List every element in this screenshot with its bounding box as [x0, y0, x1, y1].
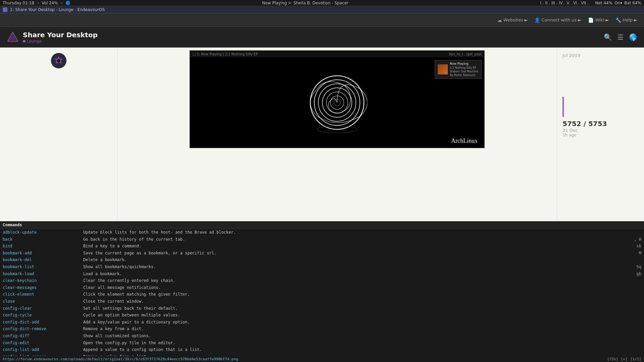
- desktop-screenshot: ▢ 1: Now Playing | 2:1 Nothing Silly EP …: [190, 50, 485, 148]
- user-avatar: [51, 53, 66, 68]
- music-line1: 2:1 Nothing Silly EP: [450, 66, 478, 70]
- command-row: bind Bind a key to a command. sk: [0, 243, 644, 250]
- cmd-shortcut: gb: [588, 271, 641, 277]
- music-info: Now Playing 2:1 Nothing Silly EP Station…: [450, 62, 478, 77]
- cmd-desc: Cycle an option between multiple values.: [83, 312, 588, 318]
- wiki-icon: 📄: [588, 17, 594, 23]
- music-title: Now Playing: [450, 62, 478, 66]
- cmd-shortcut: [588, 340, 641, 346]
- help-icon: 🔧: [615, 17, 621, 23]
- date-label: Jul 2019: [562, 53, 639, 58]
- cmd-shortcut: [588, 333, 641, 339]
- status-bar: https://forum.endeavouros.com/uploads/de…: [0, 356, 644, 362]
- cmd-name: bookmark-add: [3, 250, 83, 256]
- theme-button[interactable]: 🌎: [629, 33, 637, 41]
- cmd-name: config-dict-remove: [3, 326, 83, 332]
- search-button[interactable]: 🔍: [604, 33, 612, 41]
- ss-left-info: ▢ 1: Now Playing | 2:1 Nothing Silly EP: [193, 52, 258, 56]
- window-icon: [3, 7, 7, 12]
- system-date: Thursday 01:18: [3, 1, 34, 5]
- tab-position: [1/1]: [630, 357, 641, 361]
- brand-area: Share Your Desktop Lounge: [7, 31, 98, 44]
- system-indicator: 🔵: [65, 1, 70, 5]
- command-row: clear-keychain Clear the currently enter…: [0, 277, 644, 284]
- ss-right-info: tips_to_r.../get_post: [449, 52, 482, 56]
- cmd-desc: Show all customized options.: [83, 333, 588, 339]
- help-label: Help: [623, 17, 633, 22]
- cmd-shortcut: , H: [588, 236, 641, 243]
- cmd-shortcut: [588, 257, 641, 263]
- command-row: config-dict-remove Remove a key from a d…: [0, 325, 644, 333]
- system-net: Net 44%: [595, 1, 613, 5]
- cmd-desc: Go back in the history of the current ta…: [83, 236, 588, 243]
- cmd-name: config-edit: [3, 340, 83, 346]
- cmd-name: bookmark-list: [3, 264, 83, 270]
- timeline-bar: [562, 97, 564, 117]
- system-bat: Bat 64%: [624, 1, 641, 5]
- command-row: clear-messages Clear all message notific…: [0, 284, 644, 291]
- wiki-chevron: ►: [605, 17, 609, 22]
- websites-label: Websites: [503, 17, 523, 22]
- cmd-name: back: [3, 236, 83, 243]
- music-album-art: [438, 64, 448, 74]
- cmd-shortcut: sk: [588, 243, 641, 249]
- wiki-link[interactable]: 📄 Wiki ►: [588, 17, 609, 23]
- cmd-name: click-element: [3, 291, 83, 298]
- cmd-shortcut: [588, 278, 641, 284]
- track-info: Sheila B. Devotion - Spacer: [293, 1, 348, 5]
- cmd-name: bookmark-load: [3, 271, 83, 277]
- cmd-desc: Add a key/value pair to a dictionary opt…: [83, 319, 588, 325]
- cmd-shortcut: [588, 285, 641, 291]
- cmd-desc: Show all bookmarks/quickmarks.: [83, 264, 588, 270]
- svg-point-4: [57, 59, 60, 62]
- now-playing: Now Playing >: [262, 1, 291, 5]
- websites-icon: ☁: [497, 17, 502, 23]
- forum-header: Share Your Desktop Lounge 🔍 ☰ 🌎: [0, 27, 644, 48]
- command-row: config-dict-add Add a key/value pair to …: [0, 319, 644, 326]
- websites-link[interactable]: ☁ Websites ►: [497, 17, 528, 23]
- cmd-desc: Bind a key to a command.: [83, 243, 588, 249]
- cmd-name: clear-messages: [3, 285, 83, 291]
- forum-nav: ☁ Websites ► 👤 Connect with us ► 📄 Wiki …: [0, 13, 644, 27]
- cmd-shortcut: [588, 305, 641, 312]
- music-line3: By Porter Robinson: [450, 73, 478, 77]
- time-indicators: I . II . III . IV . V . VI . VII .: [540, 1, 589, 5]
- header-icons: 🔍 ☰ 🌎: [604, 33, 637, 41]
- commands-header: Commands: [0, 221, 644, 229]
- connect-icon: 👤: [534, 17, 540, 23]
- spiral-image: [307, 72, 367, 133]
- cmd-name: bind: [3, 243, 83, 249]
- cmd-shortcut: M: [588, 250, 641, 256]
- reply-ago: 1h ago: [562, 133, 639, 137]
- system-vol: Vol 24%: [42, 1, 58, 5]
- command-row: close Close the current window.: [0, 298, 644, 305]
- music-widget: Now Playing 2:1 Nothing Silly EP Station…: [435, 60, 482, 79]
- screenshot-image: Now Playing 2:1 Nothing Silly EP Station…: [190, 57, 484, 148]
- command-row: config-cycle Cycle an option between mul…: [0, 312, 644, 319]
- help-link[interactable]: 🔧 Help ►: [615, 17, 637, 23]
- right-sidebar: Jul 2019 5752 / 5753 21 Dec 1h ago: [557, 48, 644, 228]
- cmd-shortcut: [588, 298, 641, 305]
- cmd-name: bookmark-del: [3, 257, 83, 263]
- url-display: https://forum.endeavouros.com/uploads/de…: [3, 357, 607, 361]
- cmd-shortcut: [588, 326, 641, 332]
- help-chevron: ►: [634, 17, 637, 22]
- avatar-svg: [51, 53, 66, 68]
- cmd-desc: Remove a key from a dict.: [83, 326, 588, 332]
- cmd-desc: Delete a bookmark.: [83, 257, 588, 263]
- reply-date: 21 Dec: [562, 128, 639, 133]
- cmd-name: config-list-add: [3, 347, 83, 353]
- main-area: ▢ 1: Now Playing | 2:1 Nothing Silly EP …: [0, 48, 644, 228]
- connect-link[interactable]: 👤 Connect with us ►: [534, 17, 581, 23]
- cmd-name: adblock-update: [3, 229, 83, 236]
- screenshot-topbar: ▢ 1: Now Playing | 2:1 Nothing Silly EP …: [190, 51, 484, 57]
- reply-count: 5752 / 5753: [562, 120, 639, 128]
- window-title-bar: 1: Share Your Desktop - Lounge - Endeavo…: [0, 6, 644, 13]
- command-row: click-element Click the element matching…: [0, 291, 644, 298]
- post-area[interactable]: ▢ 1: Now Playing | 2:1 Nothing Silly EP …: [117, 48, 557, 228]
- cmd-shortcut: [588, 347, 641, 353]
- forum-title: Share Your Desktop: [23, 31, 98, 39]
- cmd-name: close: [3, 298, 83, 305]
- cmd-desc: Clear all message notifications.: [83, 285, 588, 291]
- menu-button[interactable]: ☰: [618, 33, 624, 41]
